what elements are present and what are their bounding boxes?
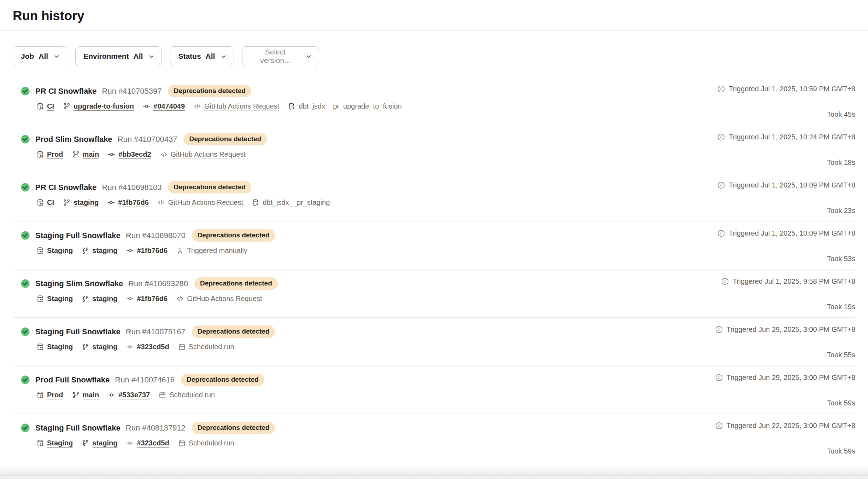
run-trigger[interactable]: GitHub Actions Request xyxy=(158,198,243,207)
environment-icon xyxy=(36,391,44,399)
run-branch-link[interactable]: main xyxy=(72,391,99,399)
environment-icon xyxy=(36,295,44,302)
run-branch-label: staging xyxy=(74,198,99,207)
run-title-line: Prod Full Snowflake Run #410074616 Depre… xyxy=(20,374,264,386)
run-meta-line: Staging staging xyxy=(36,295,278,303)
run-meta-line: Staging staging xyxy=(36,439,275,447)
run-job-name[interactable]: PR CI Snowflake xyxy=(35,183,97,192)
run-row[interactable]: Staging Slim Snowflake Run #410693280 De… xyxy=(13,270,855,318)
run-number: Run #410074616 xyxy=(115,375,175,385)
run-environment-link[interactable]: Staging xyxy=(36,295,73,303)
clock-icon xyxy=(717,85,725,93)
run-job-name[interactable]: Staging Full Snowflake xyxy=(35,231,121,240)
run-took-label: Took 53s xyxy=(827,255,855,263)
version-filter-dropdown[interactable]: Select version... xyxy=(242,46,319,66)
run-took-label: Took 59s xyxy=(827,399,855,407)
run-job-name[interactable]: Staging Slim Snowflake xyxy=(35,279,123,288)
run-trigger[interactable]: Scheduled run xyxy=(159,391,215,399)
run-job-name[interactable]: Prod Slim Snowflake xyxy=(35,135,112,144)
commit-icon xyxy=(126,439,134,447)
run-commit-link[interactable]: #533e737 xyxy=(108,391,150,399)
run-timing: Triggered Jul 1, 2025, 9:58 PM GMT+8 Too… xyxy=(721,277,855,312)
run-success-icon xyxy=(20,327,30,336)
chevron-down-icon xyxy=(306,53,312,59)
job-filter-dropdown[interactable]: Job All xyxy=(13,46,67,66)
run-trigger-label: Scheduled run xyxy=(189,439,234,447)
status-filter-label: Status xyxy=(178,52,201,60)
branch-icon xyxy=(82,343,89,351)
environment-icon xyxy=(36,103,44,110)
run-took-label: Took 45s xyxy=(827,110,855,119)
deprecations-badge: Deprecations detected xyxy=(192,229,275,242)
run-trigger[interactable]: Scheduled run xyxy=(178,439,234,447)
run-took-label: Took 55s xyxy=(827,351,855,359)
run-environment-label: Staging xyxy=(47,247,73,255)
run-environment-link[interactable]: Prod xyxy=(36,391,63,399)
run-triggered-label: Triggered Jun 29, 2025, 3:00 PM GMT+8 xyxy=(727,325,855,334)
run-environment-label: Staging xyxy=(47,343,73,351)
run-job-name[interactable]: PR CI Snowflake xyxy=(35,87,97,96)
run-row[interactable]: Staging Full Snowflake Run #410698070 De… xyxy=(13,221,855,270)
branch-icon xyxy=(82,247,89,254)
run-commit-link[interactable]: #1fb76d6 xyxy=(126,295,168,303)
run-branch-label: upgrade-to-fusion xyxy=(74,102,134,110)
run-environment-link[interactable]: Prod xyxy=(36,150,63,158)
run-trigger[interactable]: GitHub Actions Request xyxy=(194,102,279,110)
calendar-icon xyxy=(159,391,166,399)
run-environment-link[interactable]: Staging xyxy=(36,439,73,447)
deprecations-badge: Deprecations detected xyxy=(181,374,264,386)
run-triggered-line: Triggered Jun 29, 2025, 3:00 PM GMT+8 xyxy=(715,374,855,382)
run-commit-label: #323cd5d xyxy=(137,439,169,447)
clock-icon xyxy=(717,133,725,141)
run-branch-link[interactable]: staging xyxy=(82,295,117,303)
status-filter-dropdown[interactable]: Status All xyxy=(170,46,234,66)
run-commit-link[interactable]: #323cd5d xyxy=(126,343,169,351)
run-branch-label: staging xyxy=(92,343,117,351)
run-commit-link[interactable]: #0474049 xyxy=(143,102,185,110)
run-row[interactable]: Prod Slim Snowflake Run #410700437 Depre… xyxy=(13,125,855,173)
run-commit-link[interactable]: #bb3ecd2 xyxy=(108,150,151,158)
run-commit-link[interactable]: #323cd5d xyxy=(126,439,169,447)
run-branch-link[interactable]: upgrade-to-fusion xyxy=(63,102,134,110)
run-row[interactable]: Staging Full Snowflake Run #408137912 De… xyxy=(13,414,855,462)
run-environment-link[interactable]: CI xyxy=(36,198,54,207)
run-list: PR CI Snowflake Run #410705397 Deprecati… xyxy=(13,77,855,462)
run-trigger[interactable]: GitHub Actions Request xyxy=(176,295,262,303)
run-commit-link[interactable]: #1fb76d6 xyxy=(126,247,168,255)
run-environment-label: CI xyxy=(47,198,54,207)
schema-icon xyxy=(252,199,259,206)
run-job-name[interactable]: Prod Full Snowflake xyxy=(35,375,110,385)
calendar-icon xyxy=(178,439,186,447)
run-commit-label: #0474049 xyxy=(153,102,185,110)
run-row[interactable]: Prod Full Snowflake Run #410074616 Depre… xyxy=(13,366,855,414)
run-environment-link[interactable]: Staging xyxy=(36,343,73,351)
run-trigger[interactable]: GitHub Actions Request xyxy=(160,150,246,158)
run-success-icon xyxy=(20,183,30,192)
run-job-name[interactable]: Staging Full Snowflake xyxy=(35,327,121,336)
run-branch-link[interactable]: staging xyxy=(82,343,117,351)
run-branch-link[interactable]: staging xyxy=(82,247,117,255)
clock-icon xyxy=(717,229,725,237)
run-branch-link[interactable]: main xyxy=(72,150,99,158)
run-row-main: PR CI Snowflake Run #410698103 Deprecati… xyxy=(13,181,330,215)
page-header: Run history xyxy=(0,0,868,30)
run-row[interactable]: PR CI Snowflake Run #410705397 Deprecati… xyxy=(13,77,855,125)
run-row[interactable]: PR CI Snowflake Run #410698103 Deprecati… xyxy=(13,173,855,221)
run-branch-link[interactable]: staging xyxy=(63,198,99,207)
environment-filter-dropdown[interactable]: Environment All xyxy=(75,46,162,66)
run-trigger[interactable]: Triggered manually xyxy=(176,247,247,255)
code-icon xyxy=(176,295,184,302)
run-environment-link[interactable]: Staging xyxy=(36,247,73,255)
run-row[interactable]: Staging Full Snowflake Run #410075167 De… xyxy=(13,318,855,366)
deprecations-badge: Deprecations detected xyxy=(192,325,275,338)
run-number: Run #410698070 xyxy=(126,231,186,240)
run-trigger[interactable]: Scheduled run xyxy=(178,343,234,351)
branch-icon xyxy=(82,439,89,447)
run-job-name[interactable]: Staging Full Snowflake xyxy=(35,423,121,433)
run-commit-link[interactable]: #1fb76d6 xyxy=(107,198,149,207)
run-branch-link[interactable]: staging xyxy=(82,439,117,447)
run-environment-link[interactable]: CI xyxy=(36,102,54,110)
chevron-down-icon xyxy=(221,53,227,59)
run-row-main: Staging Full Snowflake Run #408137912 De… xyxy=(13,422,275,456)
run-timing: Triggered Jul 1, 2025, 10:09 PM GMT+8 To… xyxy=(717,181,855,215)
